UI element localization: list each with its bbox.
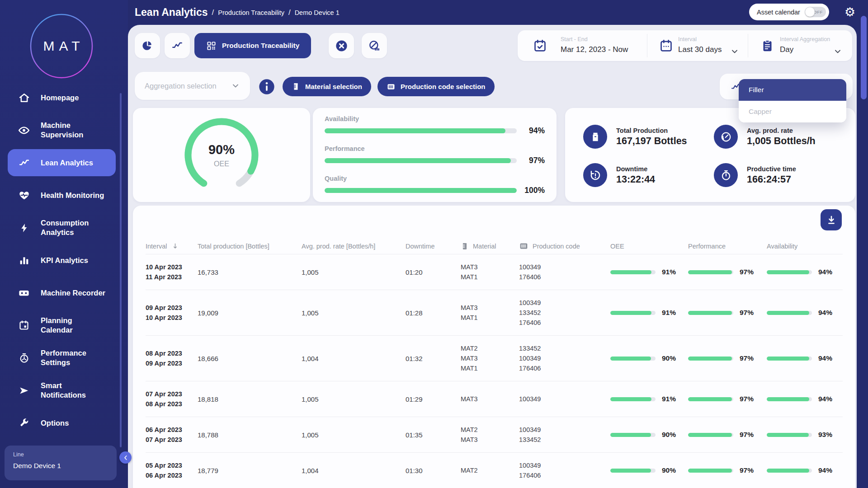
performance-metric: 97% — [688, 431, 767, 439]
oee-metric: 91% — [610, 395, 688, 403]
sidebar-item-machine-recorder[interactable]: Machine Recorder — [0, 277, 122, 309]
table-row[interactable]: 07 Apr 202308 Apr 202318,8181,00501:29MA… — [146, 381, 843, 417]
table-row[interactable]: 09 Apr 202310 Apr 202319,0091,00501:28MA… — [146, 290, 843, 336]
chevron-down-icon — [231, 81, 240, 90]
column-header-label: Total production [Bottles] — [198, 243, 269, 250]
stat-value: 1,005 Bottles/h — [747, 136, 816, 147]
column-header-material[interactable]: Material — [461, 242, 519, 250]
active-view-label: Production Traceability — [222, 42, 299, 50]
calendar-icon — [18, 319, 30, 331]
column-header-total-production-bottles[interactable]: Total production [Bottles] — [198, 243, 302, 250]
machine-option-filler[interactable]: Filler — [739, 79, 846, 101]
sidebar-collapse-button[interactable] — [119, 451, 132, 464]
material-selection-label: Material selection — [305, 83, 362, 90]
sidebar-item-kpi-analytics[interactable]: KPI Analytics — [0, 244, 122, 277]
breadcrumb-level-1[interactable]: Production Traceability — [218, 9, 284, 16]
column-header-interval[interactable]: Interval — [146, 242, 198, 250]
speedometer-icon — [714, 125, 738, 149]
oee-gauge-card: 90% OEE — [133, 108, 310, 202]
device-card[interactable]: Line Demo Device 1 — [5, 446, 117, 480]
sidebar-item-lean-analytics[interactable]: Lean Analytics — [8, 149, 116, 176]
column-header-label: Availability — [767, 243, 797, 250]
sidebar-item-homepage[interactable]: Homepage — [0, 81, 122, 114]
kpi-bar-value: 94% — [517, 126, 545, 136]
line-chart-icon — [171, 40, 183, 52]
bolt-icon — [18, 222, 30, 234]
interval-value[interactable]: Last 30 days — [678, 45, 722, 54]
breadcrumb-separator: / — [212, 8, 214, 17]
kpi-bar-label: Availability — [325, 115, 545, 122]
download-icon — [826, 215, 837, 225]
kpi-bar-quality: Quality100% — [325, 175, 545, 195]
date-range-value[interactable]: Mar 12, 2023 - Now — [561, 45, 628, 54]
breadcrumb-level-2[interactable]: Demo Device 1 — [295, 9, 340, 16]
page-scrollbar-thumb[interactable] — [861, 16, 867, 99]
table-row[interactable]: 10 Apr 202311 Apr 202316,7331,00501:20MA… — [146, 254, 843, 290]
table-body: 10 Apr 202311 Apr 202316,7331,00501:20MA… — [146, 254, 843, 488]
sort-desc-icon[interactable] — [171, 242, 179, 250]
table-row[interactable]: 08 Apr 202309 Apr 202318,6661,00401:32MA… — [146, 336, 843, 381]
column-header-label: Production code — [533, 243, 580, 250]
aggregation-selection-dropdown[interactable]: Aggregation selection — [135, 72, 250, 100]
column-header-production-code[interactable]: Production code — [519, 241, 610, 251]
settings-gear-icon[interactable]: ⚙ — [844, 6, 855, 19]
kpi-bar-value: 97% — [517, 156, 545, 165]
pie-chart-view-button[interactable] — [135, 33, 160, 58]
asset-calendar-toggle[interactable]: Asset calendar OFF — [749, 4, 829, 20]
clipboard-icon — [760, 39, 774, 53]
material-selection-button[interactable]: Material selection — [283, 77, 371, 96]
barcode-icon — [519, 241, 528, 251]
toggle-switch[interactable]: OFF — [805, 7, 826, 17]
chevron-down-icon[interactable] — [730, 47, 739, 56]
table-row[interactable]: 05 Apr 202306 Apr 202318,7791,00401:30MA… — [146, 453, 843, 488]
column-header-label: OEE — [610, 243, 624, 250]
heart-pulse-icon — [18, 189, 30, 201]
sidebar-item-performance-settings[interactable]: Performance Settings — [0, 342, 122, 374]
table-header-row: IntervalTotal production [Bottles]Avg. p… — [146, 238, 843, 254]
eye-icon — [18, 124, 30, 136]
toggle-state-label: OFF — [813, 9, 823, 14]
availability-metric: 94% — [767, 268, 843, 276]
download-button[interactable] — [821, 209, 842, 230]
sidebar-item-planning-calendar[interactable]: Planning Calendar — [0, 309, 122, 342]
info-button[interactable] — [258, 78, 276, 96]
sidebar-scrollbar[interactable] — [120, 93, 122, 447]
sidebar-item-consumption-analytics[interactable]: Consumption Analytics — [0, 211, 122, 244]
column-header-downtime[interactable]: Downtime — [406, 243, 461, 250]
production-traceability-view-button[interactable]: Production Traceability — [194, 33, 311, 58]
table-row[interactable]: 06 Apr 202307 Apr 202318,7881,00501:35MA… — [146, 417, 843, 453]
sidebar-item-health-monitoring[interactable]: Health Monitoring — [0, 179, 122, 211]
sidebar-menu: HomepageMachine SupervisionLean Analytic… — [0, 81, 122, 439]
column-header-avg-prod-rate-bottles-h[interactable]: Avg. prod. rate [Bottles/h] — [302, 243, 406, 250]
stat-label: Total Production — [616, 127, 687, 134]
availability-metric: 93% — [767, 431, 843, 439]
aggregation-value[interactable]: Day — [780, 45, 793, 54]
breadcrumb: Lean Analytics / Production Traceability… — [135, 0, 340, 25]
production-code-selection-button[interactable]: Production code selection — [377, 77, 495, 96]
oee-label: OEE — [214, 160, 229, 168]
chevron-down-icon[interactable] — [833, 47, 842, 56]
line-chart-view-button[interactable] — [165, 33, 190, 58]
material-icon — [461, 242, 469, 250]
machine-option-capper[interactable]: Capper — [739, 101, 846, 122]
sidebar-item-label: Lean Analytics — [41, 158, 93, 168]
sidebar-item-label: Machine Supervision — [41, 121, 83, 140]
clear-view-button[interactable] — [329, 33, 354, 58]
column-header-availability[interactable]: Availability — [767, 243, 843, 250]
trend-icon — [18, 157, 30, 169]
performance-metric: 97% — [688, 466, 767, 474]
calendar-icon — [659, 39, 673, 53]
column-header-label: Performance — [688, 243, 726, 250]
sidebar-item-label: Performance Settings — [41, 348, 86, 367]
sidebar-item-machine-supervision[interactable]: Machine Supervision — [0, 114, 122, 146]
column-header-performance[interactable]: Performance — [688, 243, 767, 250]
progress-bar — [325, 158, 517, 163]
report-button[interactable] — [362, 33, 387, 58]
material-icon — [292, 82, 300, 91]
column-header-oee[interactable]: OEE — [610, 243, 688, 250]
oee-metric: 91% — [610, 309, 688, 317]
sidebar-item-options[interactable]: Options — [0, 407, 122, 439]
sidebar-item-smart-notifications[interactable]: Smart Notifications — [0, 374, 122, 407]
sidebar-item-label: Options — [41, 418, 69, 428]
oee-metric: 90% — [610, 431, 688, 439]
